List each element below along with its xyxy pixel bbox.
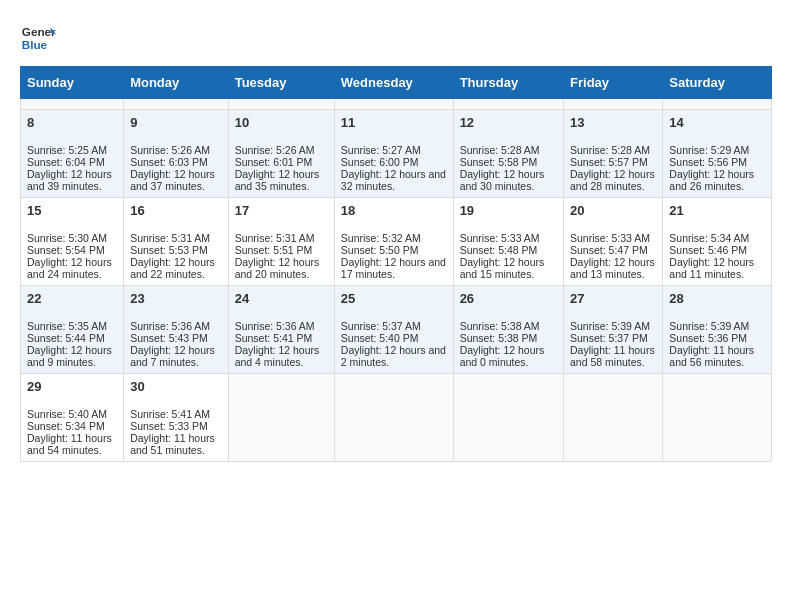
sunset-text: Sunset: 6:00 PM — [341, 156, 419, 168]
sunset-text: Sunset: 6:04 PM — [27, 156, 105, 168]
calendar-cell: 28Sunrise: 5:39 AMSunset: 5:36 PMDayligh… — [663, 286, 772, 374]
sunrise-text: Sunrise: 5:41 AM — [130, 408, 210, 420]
daylight-text: Daylight: 11 hours and 51 minutes. — [130, 432, 215, 456]
sunset-text: Sunset: 5:37 PM — [570, 332, 648, 344]
calendar-body: 8Sunrise: 5:25 AMSunset: 6:04 PMDaylight… — [21, 99, 772, 462]
calendar-cell: 20Sunrise: 5:33 AMSunset: 5:47 PMDayligh… — [564, 198, 663, 286]
days-of-week-row: SundayMondayTuesdayWednesdayThursdayFrid… — [21, 67, 772, 99]
day-number: 18 — [341, 203, 447, 218]
sunrise-text: Sunrise: 5:39 AM — [669, 320, 749, 332]
day-number: 16 — [130, 203, 222, 218]
calendar-week-2: 8Sunrise: 5:25 AMSunset: 6:04 PMDaylight… — [21, 110, 772, 198]
sunset-text: Sunset: 6:01 PM — [235, 156, 313, 168]
daylight-text: Daylight: 12 hours and 32 minutes. — [341, 168, 446, 192]
daylight-text: Daylight: 12 hours and 22 minutes. — [130, 256, 215, 280]
daylight-text: Daylight: 12 hours and 13 minutes. — [570, 256, 655, 280]
day-number: 21 — [669, 203, 765, 218]
day-header-thursday: Thursday — [453, 67, 563, 99]
sunset-text: Sunset: 5:54 PM — [27, 244, 105, 256]
sunrise-text: Sunrise: 5:40 AM — [27, 408, 107, 420]
daylight-text: Daylight: 12 hours and 35 minutes. — [235, 168, 320, 192]
day-number: 26 — [460, 291, 557, 306]
day-header-wednesday: Wednesday — [334, 67, 453, 99]
calendar-cell — [228, 99, 334, 110]
daylight-text: Daylight: 12 hours and 20 minutes. — [235, 256, 320, 280]
sunrise-text: Sunrise: 5:28 AM — [460, 144, 540, 156]
day-number: 28 — [669, 291, 765, 306]
daylight-text: Daylight: 12 hours and 24 minutes. — [27, 256, 112, 280]
calendar-cell: 10Sunrise: 5:26 AMSunset: 6:01 PMDayligh… — [228, 110, 334, 198]
sunrise-text: Sunrise: 5:34 AM — [669, 232, 749, 244]
calendar-cell: 9Sunrise: 5:26 AMSunset: 6:03 PMDaylight… — [124, 110, 229, 198]
calendar-cell — [228, 374, 334, 462]
calendar-cell: 30Sunrise: 5:41 AMSunset: 5:33 PMDayligh… — [124, 374, 229, 462]
page-header: General Blue — [20, 20, 772, 56]
sunrise-text: Sunrise: 5:35 AM — [27, 320, 107, 332]
sunrise-text: Sunrise: 5:38 AM — [460, 320, 540, 332]
day-number: 24 — [235, 291, 328, 306]
calendar-cell: 17Sunrise: 5:31 AMSunset: 5:51 PMDayligh… — [228, 198, 334, 286]
day-number: 25 — [341, 291, 447, 306]
day-number: 15 — [27, 203, 117, 218]
day-header-saturday: Saturday — [663, 67, 772, 99]
day-number: 8 — [27, 115, 117, 130]
calendar-cell: 19Sunrise: 5:33 AMSunset: 5:48 PMDayligh… — [453, 198, 563, 286]
calendar-cell — [564, 374, 663, 462]
daylight-text: Daylight: 12 hours and 4 minutes. — [235, 344, 320, 368]
day-number: 20 — [570, 203, 656, 218]
calendar-week-3: 15Sunrise: 5:30 AMSunset: 5:54 PMDayligh… — [21, 198, 772, 286]
calendar-cell: 14Sunrise: 5:29 AMSunset: 5:56 PMDayligh… — [663, 110, 772, 198]
sunrise-text: Sunrise: 5:26 AM — [130, 144, 210, 156]
calendar-cell — [453, 99, 563, 110]
calendar-cell: 24Sunrise: 5:36 AMSunset: 5:41 PMDayligh… — [228, 286, 334, 374]
day-header-monday: Monday — [124, 67, 229, 99]
sunset-text: Sunset: 5:36 PM — [669, 332, 747, 344]
daylight-text: Daylight: 12 hours and 2 minutes. — [341, 344, 446, 368]
sunrise-text: Sunrise: 5:25 AM — [27, 144, 107, 156]
calendar-cell — [453, 374, 563, 462]
sunrise-text: Sunrise: 5:28 AM — [570, 144, 650, 156]
calendar-cell: 11Sunrise: 5:27 AMSunset: 6:00 PMDayligh… — [334, 110, 453, 198]
calendar-cell: 27Sunrise: 5:39 AMSunset: 5:37 PMDayligh… — [564, 286, 663, 374]
calendar-cell: 13Sunrise: 5:28 AMSunset: 5:57 PMDayligh… — [564, 110, 663, 198]
daylight-text: Daylight: 12 hours and 11 minutes. — [669, 256, 754, 280]
calendar-cell: 26Sunrise: 5:38 AMSunset: 5:38 PMDayligh… — [453, 286, 563, 374]
sunset-text: Sunset: 5:56 PM — [669, 156, 747, 168]
sunrise-text: Sunrise: 5:31 AM — [235, 232, 315, 244]
calendar-cell: 23Sunrise: 5:36 AMSunset: 5:43 PMDayligh… — [124, 286, 229, 374]
sunset-text: Sunset: 5:41 PM — [235, 332, 313, 344]
calendar-cell — [564, 99, 663, 110]
calendar-cell — [21, 99, 124, 110]
day-number: 11 — [341, 115, 447, 130]
sunrise-text: Sunrise: 5:26 AM — [235, 144, 315, 156]
daylight-text: Daylight: 12 hours and 0 minutes. — [460, 344, 545, 368]
sunset-text: Sunset: 5:43 PM — [130, 332, 208, 344]
daylight-text: Daylight: 11 hours and 58 minutes. — [570, 344, 655, 368]
sunset-text: Sunset: 5:33 PM — [130, 420, 208, 432]
daylight-text: Daylight: 12 hours and 9 minutes. — [27, 344, 112, 368]
sunrise-text: Sunrise: 5:32 AM — [341, 232, 421, 244]
sunset-text: Sunset: 5:50 PM — [341, 244, 419, 256]
sunset-text: Sunset: 5:47 PM — [570, 244, 648, 256]
day-number: 22 — [27, 291, 117, 306]
sunrise-text: Sunrise: 5:33 AM — [570, 232, 650, 244]
sunset-text: Sunset: 5:51 PM — [235, 244, 313, 256]
day-number: 30 — [130, 379, 222, 394]
daylight-text: Daylight: 12 hours and 37 minutes. — [130, 168, 215, 192]
daylight-text: Daylight: 11 hours and 54 minutes. — [27, 432, 112, 456]
logo-icon: General Blue — [20, 20, 56, 56]
sunrise-text: Sunrise: 5:36 AM — [235, 320, 315, 332]
calendar-week-1 — [21, 99, 772, 110]
calendar-cell: 18Sunrise: 5:32 AMSunset: 5:50 PMDayligh… — [334, 198, 453, 286]
daylight-text: Daylight: 12 hours and 17 minutes. — [341, 256, 446, 280]
daylight-text: Daylight: 12 hours and 28 minutes. — [570, 168, 655, 192]
svg-text:Blue: Blue — [22, 38, 48, 51]
sunrise-text: Sunrise: 5:31 AM — [130, 232, 210, 244]
calendar-cell: 12Sunrise: 5:28 AMSunset: 5:58 PMDayligh… — [453, 110, 563, 198]
sunrise-text: Sunrise: 5:37 AM — [341, 320, 421, 332]
daylight-text: Daylight: 12 hours and 30 minutes. — [460, 168, 545, 192]
sunrise-text: Sunrise: 5:33 AM — [460, 232, 540, 244]
calendar-cell — [124, 99, 229, 110]
day-header-sunday: Sunday — [21, 67, 124, 99]
daylight-text: Daylight: 12 hours and 15 minutes. — [460, 256, 545, 280]
